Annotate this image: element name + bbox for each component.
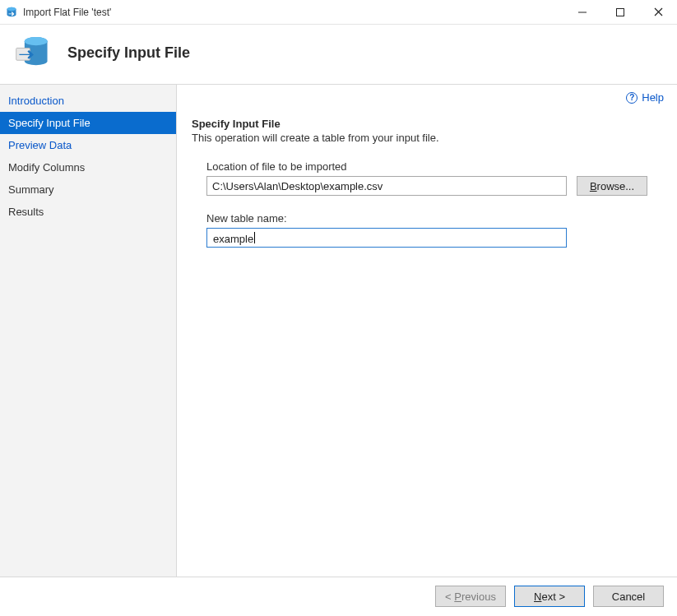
- page-title: Specify Input File: [67, 44, 190, 62]
- svg-point-1: [7, 7, 16, 10]
- help-link[interactable]: ? Help: [626, 91, 664, 104]
- minimize-button[interactable]: [563, 0, 601, 25]
- sidebar-item-specify-input-file[interactable]: Specify Input File: [0, 112, 176, 134]
- previous-button[interactable]: < Previous: [435, 586, 506, 607]
- next-button[interactable]: Next >: [514, 586, 585, 607]
- next-label-tail: ext >: [541, 591, 565, 603]
- file-path-input[interactable]: [206, 176, 567, 196]
- window-title: Import Flat File 'test': [23, 7, 111, 18]
- close-button[interactable]: [639, 0, 677, 25]
- sidebar-item-results[interactable]: Results: [0, 201, 176, 223]
- section-description: This operation will create a table from …: [192, 132, 662, 144]
- browse-label-tail: rowse...: [597, 180, 635, 192]
- app-icon: [5, 6, 18, 19]
- text-caret: [254, 232, 255, 243]
- table-name-input[interactable]: example: [206, 228, 567, 248]
- svg-point-4: [25, 37, 48, 45]
- section-title: Specify Input File: [192, 118, 662, 130]
- cancel-label: Cancel: [612, 591, 645, 603]
- sidebar-item-summary[interactable]: Summary: [0, 178, 176, 201]
- sidebar-item-introduction[interactable]: Introduction: [0, 90, 176, 112]
- browse-button[interactable]: Browse...: [577, 176, 647, 196]
- wizard-sidebar: Introduction Specify Input File Preview …: [0, 85, 177, 577]
- previous-label-tail: revious: [461, 591, 496, 603]
- titlebar: Import Flat File 'test': [0, 0, 677, 25]
- maximize-button[interactable]: [601, 0, 639, 25]
- sidebar-item-modify-columns[interactable]: Modify Columns: [0, 156, 176, 178]
- wizard-footer: < Previous Next > Cancel: [0, 577, 677, 615]
- database-import-icon: [13, 33, 53, 72]
- wizard-main: ? Help Specify Input File This operation…: [177, 85, 677, 577]
- table-name-value: example: [212, 230, 253, 245]
- wizard-header: Specify Input File: [0, 25, 677, 85]
- sidebar-item-preview-data[interactable]: Preview Data: [0, 134, 176, 156]
- location-label: Location of file to be imported: [206, 160, 662, 173]
- table-name-label: New table name:: [206, 212, 662, 225]
- window-controls: [563, 0, 677, 25]
- help-label: Help: [642, 91, 664, 104]
- help-icon: ?: [626, 92, 638, 104]
- svg-rect-2: [617, 8, 624, 16]
- cancel-button[interactable]: Cancel: [593, 586, 664, 607]
